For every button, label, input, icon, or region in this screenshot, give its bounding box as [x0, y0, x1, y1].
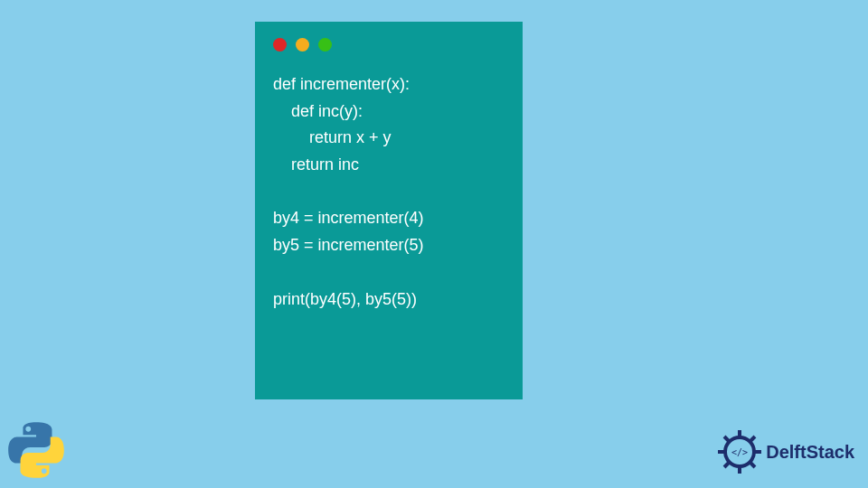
svg-rect-3: [718, 450, 724, 454]
delftstack-logo: </> DelftStack: [717, 429, 854, 474]
code-line: by5 = incrementer(5): [273, 236, 424, 254]
traffic-lights: [273, 38, 505, 52]
python-logo-icon: [7, 421, 65, 479]
code-line: def inc(y):: [273, 102, 363, 120]
svg-rect-4: [755, 450, 761, 454]
code-line: print(by4(5), by5(5)): [273, 290, 417, 308]
code-line: by4 = incrementer(4): [273, 209, 424, 227]
code-line: def incrementer(x):: [273, 75, 410, 93]
brand-name: DelftStack: [766, 442, 854, 463]
code-block: def incrementer(x): def inc(y): return x…: [273, 71, 505, 313]
gear-icon: </>: [717, 429, 762, 474]
maximize-icon: [318, 38, 332, 52]
code-window: def incrementer(x): def inc(y): return x…: [255, 22, 523, 399]
code-line: return x + y: [273, 128, 392, 146]
code-line: return inc: [273, 155, 359, 174]
svg-rect-2: [738, 467, 741, 474]
close-icon: [273, 38, 287, 52]
svg-text:</>: </>: [731, 447, 748, 457]
svg-rect-1: [738, 430, 741, 436]
minimize-icon: [296, 38, 309, 52]
